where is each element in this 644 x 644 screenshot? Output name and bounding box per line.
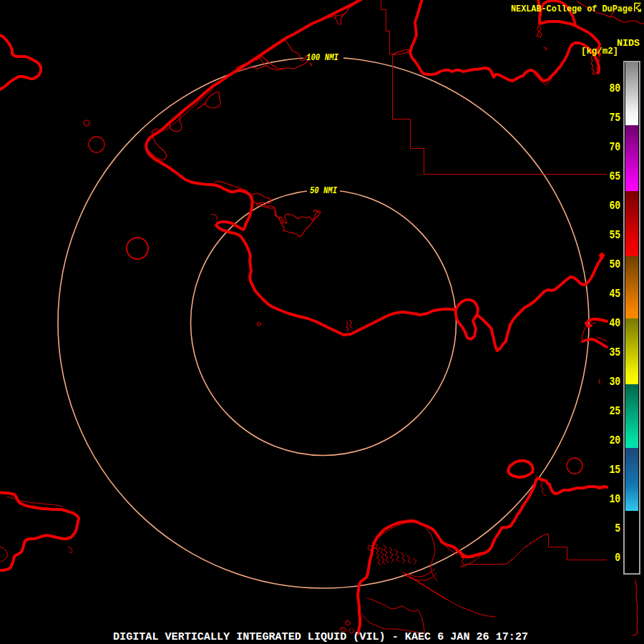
svg-text:50 NMI: 50 NMI (310, 186, 337, 196)
svg-text:75: 75 (609, 112, 620, 125)
svg-text:5: 5 (615, 522, 620, 535)
svg-text:40: 40 (609, 317, 620, 330)
svg-text:60: 60 (609, 200, 620, 213)
svg-text:35: 35 (609, 346, 620, 359)
svg-text:45: 45 (609, 288, 620, 301)
svg-text:80: 80 (609, 82, 620, 95)
svg-text:50: 50 (609, 258, 620, 271)
svg-text:65: 65 (609, 170, 620, 183)
svg-text:0: 0 (615, 552, 620, 565)
svg-text:15: 15 (609, 464, 620, 477)
svg-text:70: 70 (609, 141, 620, 154)
svg-text:DIGITAL VERTICALLY INTEGRATED: DIGITAL VERTICALLY INTEGRATED LIQUID (VI… (113, 631, 528, 643)
svg-text:30: 30 (609, 376, 620, 389)
svg-text:100 NMI: 100 NMI (306, 53, 338, 63)
svg-text:10: 10 (609, 493, 620, 506)
svg-text:[kg/m2]: [kg/m2] (581, 46, 618, 57)
svg-text:25: 25 (609, 405, 620, 418)
svg-text:NIDS: NIDS (617, 38, 640, 49)
svg-text:55: 55 (609, 229, 620, 242)
svg-text:20: 20 (609, 434, 620, 447)
svg-text:NEXLAB-College of DuPage: NEXLAB-College of DuPage (511, 4, 633, 14)
